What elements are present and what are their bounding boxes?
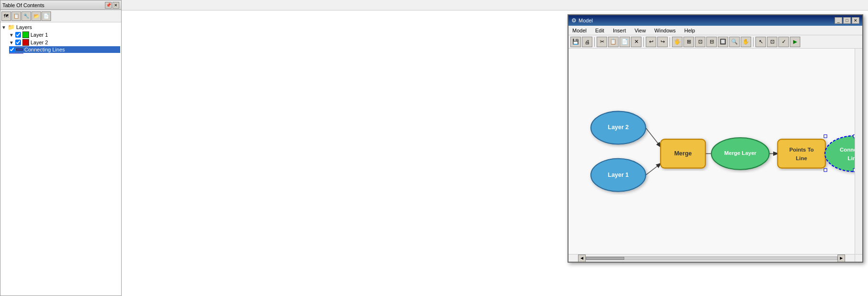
model-tb-redo[interactable]: ↪ xyxy=(657,37,668,47)
model-tb-sep-4 xyxy=(753,37,754,47)
sel-handle-tl xyxy=(824,135,827,138)
model-tb-zoom[interactable]: 🔍 xyxy=(729,37,740,47)
toc-layer1-color xyxy=(22,31,29,38)
toc-close-button[interactable]: ✕ xyxy=(113,2,119,9)
model-scrollbar-horizontal[interactable]: ◀ ▶ xyxy=(568,254,855,262)
toc-layer2-label: Layer 2 xyxy=(31,40,48,45)
node-layer2-label: Layer 2 xyxy=(608,124,629,131)
toc-toolbar-btn-3[interactable]: 🔧 xyxy=(21,11,31,21)
model-tb-cut[interactable]: ✂ xyxy=(597,37,607,47)
toc-panel: Table Of Contents 📌 ✕ 🗺 📋 🔧 📂 📄 ▼ 📁 Laye… xyxy=(0,0,122,296)
model-tb-delete[interactable]: ✕ xyxy=(631,37,641,47)
model-tb-sep-3 xyxy=(670,37,670,47)
model-tb-print[interactable]: 🖨 xyxy=(582,37,592,47)
toc-layer1-checkbox[interactable] xyxy=(15,32,21,38)
toc-toolbar-btn-5[interactable]: 📄 xyxy=(41,11,51,21)
scroll-left-btn[interactable]: ◀ xyxy=(578,255,586,262)
toc-root-expand[interactable]: ▼ xyxy=(1,25,6,30)
toc-layer-item-connecting-lines[interactable]: Connecting Lines xyxy=(9,46,120,53)
toc-layer-item-layer1: ▼ Layer 1 xyxy=(9,31,120,39)
node-ptl-label-1: Points To xyxy=(789,147,814,153)
model-minimize-button[interactable]: _ xyxy=(835,17,842,24)
map-area[interactable]: ⚙ Model _ □ ✕ Model Edit Insert View Win… xyxy=(122,0,868,296)
model-menu-insert[interactable]: Insert xyxy=(611,27,628,34)
model-menu-windows[interactable]: Windows xyxy=(652,27,678,34)
toc-layer2-color xyxy=(22,39,29,46)
model-tb-grid[interactable]: ⊞ xyxy=(683,37,694,47)
model-tb-sep-2 xyxy=(643,37,644,47)
model-menu-help[interactable]: Help xyxy=(682,27,697,34)
toc-root-label: Layers xyxy=(16,24,32,30)
model-window: ⚙ Model _ □ ✕ Model Edit Insert View Win… xyxy=(568,14,863,263)
sel-handle-bl xyxy=(824,169,827,172)
toc-connecting-lines-preview xyxy=(9,53,23,54)
model-tb-select[interactable]: ↖ xyxy=(755,37,766,47)
model-menu-edit[interactable]: Edit xyxy=(593,27,606,34)
conn-layer1-merge xyxy=(646,163,661,175)
model-menubar: Model Edit Insert View Windows Help xyxy=(568,26,862,35)
toc-layer2-checkbox[interactable] xyxy=(15,40,21,45)
toc-layer-group: ▼ Layer 1 ▼ Layer 2 Connecting Lines xyxy=(1,31,120,54)
toc-window-controls: 📌 ✕ xyxy=(105,2,119,9)
toc-root-item: ▼ 📁 Layers xyxy=(1,23,120,31)
model-title-text: Model xyxy=(579,18,593,23)
toc-connecting-lines-color xyxy=(16,49,23,51)
toc-layer-item-layer2: ▼ Layer 2 xyxy=(9,39,120,46)
toc-connecting-lines-label: Connecting Lines xyxy=(24,47,65,52)
model-tb-tools[interactable]: 🖐 xyxy=(672,37,682,47)
model-scroll-thumb[interactable] xyxy=(586,257,624,260)
node-layer1-label: Layer 1 xyxy=(608,172,629,178)
toc-toolbar-btn-2[interactable]: 📋 xyxy=(11,11,21,21)
model-menu-model[interactable]: Model xyxy=(570,27,589,34)
node-points-to-line xyxy=(778,139,826,168)
model-scrollbar-corner xyxy=(855,254,862,262)
model-diagram-svg: Layer 2 Layer 1 Merge Merge Layer Points… xyxy=(568,49,862,262)
toc-connecting-lines-checkbox[interactable] xyxy=(9,47,15,52)
model-titlebar: ⚙ Model _ □ ✕ xyxy=(568,15,862,26)
toc-toolbar-btn-4[interactable]: 📂 xyxy=(31,11,41,21)
model-tb-align[interactable]: ⊟ xyxy=(706,37,717,47)
toc-toolbar-btn-1[interactable]: 🗺 xyxy=(1,11,11,21)
model-tb-snap[interactable]: ⊡ xyxy=(695,37,705,47)
toc-toolbar: 🗺 📋 🔧 📂 📄 xyxy=(0,10,121,22)
model-toolbar: 💾 🖨 ✂ 📋 📄 ✕ ↩ ↪ 🖐 ⊞ ⊡ ⊟ 🔲 🔍 ✋ ↖ ⊡ ✓ ▶ xyxy=(568,35,862,49)
model-tb-copy[interactable]: 📋 xyxy=(608,37,619,47)
model-tb-pan[interactable]: ✋ xyxy=(741,37,751,47)
model-close-button[interactable]: ✕ xyxy=(852,17,859,24)
model-menu-view[interactable]: View xyxy=(632,27,648,34)
toc-titlebar: Table Of Contents 📌 ✕ xyxy=(0,0,121,10)
model-tb-paste[interactable]: 📄 xyxy=(620,37,630,47)
model-tb-validate[interactable]: ✓ xyxy=(778,37,789,47)
node-merge-layer-label: Merge Layer xyxy=(724,150,756,156)
toc-pin-button[interactable]: 📌 xyxy=(105,2,112,9)
map-canvas xyxy=(122,10,265,82)
model-tb-frame[interactable]: 🔲 xyxy=(718,37,728,47)
model-tb-sep-1 xyxy=(594,37,595,47)
model-scroll-track[interactable] xyxy=(586,256,837,260)
node-merge-label: Merge xyxy=(674,150,692,157)
model-tb-run[interactable]: ▶ xyxy=(790,37,800,47)
toc-content: ▼ 📁 Layers ▼ Layer 1 ▼ Layer 2 xyxy=(0,22,121,296)
toc-layer2-expand[interactable]: ▼ xyxy=(9,40,14,45)
map-topbar xyxy=(122,0,868,10)
model-tb-save[interactable]: 💾 xyxy=(570,37,581,47)
model-title-left: ⚙ Model xyxy=(571,17,593,24)
node-ptl-label-2: Line xyxy=(796,155,807,161)
conn-layer2-merge xyxy=(646,128,661,147)
model-title-icon: ⚙ xyxy=(571,17,577,24)
model-restore-button[interactable]: □ xyxy=(843,17,851,24)
toc-title: Table Of Contents xyxy=(2,2,44,8)
model-tb-connect[interactable]: ⊡ xyxy=(767,37,777,47)
toc-layer1-expand[interactable]: ▼ xyxy=(9,32,14,38)
model-scrollbar-vertical[interactable] xyxy=(855,49,862,254)
toc-root-folder-icon: 📁 xyxy=(8,24,15,31)
model-tb-undo[interactable]: ↩ xyxy=(646,37,656,47)
model-canvas-area[interactable]: Layer 2 Layer 1 Merge Merge Layer Points… xyxy=(568,49,862,262)
toc-layer1-label: Layer 1 xyxy=(31,32,48,38)
scroll-right-btn[interactable]: ▶ xyxy=(837,255,845,262)
model-window-controls: _ □ ✕ xyxy=(835,17,859,24)
